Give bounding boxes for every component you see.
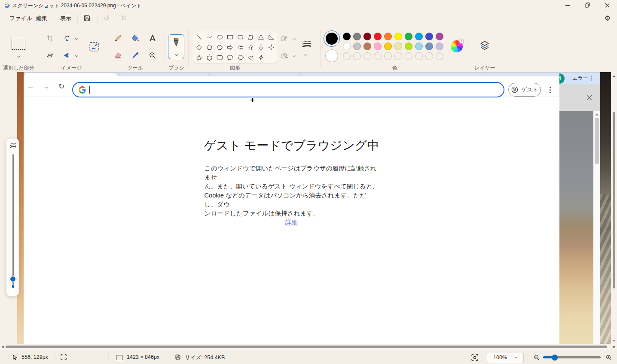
color-swatch[interactable] — [343, 42, 351, 50]
scroll-down-arrow[interactable]: ▼ — [611, 338, 617, 343]
undo-button[interactable]: ↺ — [101, 12, 113, 24]
color2-button[interactable] — [325, 49, 338, 62]
size-slider-track[interactable] — [12, 154, 14, 285]
shape-tool[interactable] — [245, 52, 256, 63]
shape-tool[interactable] — [266, 42, 276, 52]
shape-tool[interactable] — [225, 32, 235, 42]
close-button[interactable] — [597, 0, 617, 10]
size-slider-thumb[interactable] — [9, 276, 16, 282]
shape-tool[interactable] — [245, 42, 256, 52]
color-swatch[interactable] — [415, 42, 423, 50]
color-swatch[interactable] — [436, 33, 443, 40]
save-button[interactable] — [81, 12, 93, 24]
shape-tool[interactable] — [256, 32, 266, 42]
empty-color-slot[interactable] — [384, 52, 392, 60]
shape-tool[interactable] — [235, 32, 245, 42]
zoom-in-button[interactable] — [605, 354, 613, 361]
empty-color-slot[interactable] — [343, 52, 351, 60]
horizontal-scrollbar[interactable]: ◀ ▶ — [0, 344, 617, 350]
empty-color-slot[interactable] — [363, 52, 371, 60]
scroll-right-arrow[interactable]: ▶ — [612, 344, 617, 350]
color-swatch[interactable] — [405, 42, 412, 50]
flip-button[interactable] — [61, 49, 73, 61]
color-swatch[interactable] — [343, 33, 351, 40]
color-swatch[interactable] — [374, 42, 382, 50]
minimize-button[interactable] — [558, 0, 577, 10]
resize-image-button[interactable] — [86, 39, 102, 55]
color-swatch[interactable] — [363, 42, 371, 50]
zoom-slider-thumb[interactable] — [552, 355, 558, 361]
shape-tool[interactable] — [204, 42, 214, 52]
layers-button[interactable] — [477, 38, 492, 53]
settings-button[interactable]: ⚙ — [601, 12, 614, 24]
color-swatch[interactable] — [384, 33, 392, 40]
color-swatch[interactable] — [425, 42, 433, 50]
shape-tool[interactable] — [214, 32, 225, 42]
empty-color-slot[interactable] — [415, 52, 423, 60]
color-swatch[interactable] — [405, 33, 412, 40]
fit-to-screen-button[interactable] — [471, 354, 479, 361]
stroke-thickness-button[interactable] — [300, 37, 314, 51]
stroke-thickness-chevron[interactable] — [304, 53, 307, 56]
paint-canvas[interactable]: ← → ↻ ゲスト ゲスト モードでブラウジング中 このウ — [0, 72, 617, 344]
shape-outline-chevron[interactable] — [293, 37, 296, 40]
rotate-menu-chevron[interactable] — [75, 37, 78, 40]
vertical-scroll-thumb[interactable] — [613, 112, 615, 288]
shape-tool[interactable] — [204, 52, 214, 63]
color1-selected[interactable] — [324, 30, 340, 47]
color-swatch[interactable] — [425, 33, 433, 40]
menu-view[interactable]: 表示 — [54, 12, 77, 25]
brush-selector[interactable] — [168, 34, 184, 59]
shape-tool[interactable] — [256, 42, 266, 52]
shape-tool[interactable] — [214, 52, 225, 63]
pencil-tool-button[interactable] — [112, 32, 124, 44]
rotate-button[interactable] — [61, 32, 73, 44]
shape-tool[interactable] — [225, 42, 235, 52]
zoom-level-dropdown[interactable]: 100% — [487, 352, 524, 363]
empty-color-slot[interactable] — [405, 52, 412, 60]
color-swatch[interactable] — [394, 33, 402, 40]
scroll-up-arrow[interactable]: ▲ — [611, 73, 617, 78]
redo-button[interactable]: ↻ — [118, 12, 130, 24]
menu-edit[interactable]: 編集 — [30, 12, 53, 25]
color-swatch[interactable] — [353, 42, 361, 50]
zoom-out-button[interactable] — [533, 354, 541, 361]
transparent-selection-button[interactable] — [44, 49, 56, 61]
color-swatch[interactable] — [415, 33, 423, 40]
shape-tool[interactable] — [204, 32, 214, 42]
restore-button[interactable] — [577, 0, 597, 10]
empty-color-slot[interactable] — [374, 52, 382, 60]
selection-tool-button[interactable] — [5, 32, 32, 63]
brush-menu-chevron[interactable] — [168, 50, 184, 58]
fill-tool-button[interactable] — [129, 32, 141, 44]
shape-tool[interactable] — [256, 52, 266, 63]
color-swatch[interactable] — [384, 42, 392, 50]
magnifier-tool-button[interactable] — [147, 49, 159, 61]
shape-outline-button[interactable] — [278, 33, 290, 44]
empty-color-slot[interactable] — [353, 52, 361, 60]
color-swatch[interactable] — [374, 33, 382, 40]
shape-fill-chevron[interactable] — [293, 54, 296, 57]
eraser-tool-button[interactable] — [112, 49, 124, 61]
empty-color-slot[interactable] — [394, 52, 402, 60]
color-swatch[interactable] — [353, 33, 361, 40]
shape-tool[interactable] — [194, 52, 204, 63]
color-swatch[interactable] — [436, 42, 443, 50]
shape-tool[interactable] — [266, 32, 276, 42]
horizontal-scroll-thumb[interactable] — [6, 346, 607, 348]
color-picker-tool-button[interactable] — [129, 49, 141, 61]
shape-fill-button[interactable] — [278, 50, 290, 61]
shape-tool[interactable] — [194, 32, 204, 42]
scroll-left-arrow[interactable]: ◀ — [0, 344, 5, 350]
shape-tool[interactable] — [225, 52, 235, 63]
shape-tool[interactable] — [245, 32, 256, 42]
empty-color-slot[interactable] — [436, 52, 443, 60]
shape-tool[interactable] — [214, 42, 225, 52]
color-swatch[interactable] — [363, 33, 371, 40]
color-swatch[interactable] — [394, 42, 402, 50]
vertical-scrollbar[interactable]: ▲ ▼ — [611, 72, 617, 344]
crop-button[interactable] — [44, 32, 56, 44]
shape-tool[interactable] — [235, 42, 245, 52]
text-tool-button[interactable]: A — [147, 32, 159, 44]
empty-color-slot[interactable] — [425, 52, 433, 60]
